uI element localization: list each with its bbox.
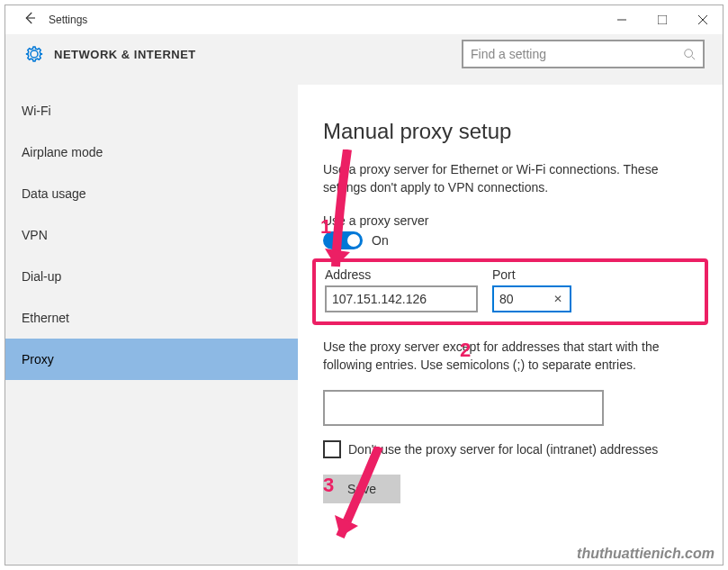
annotation-step-2: 2 — [460, 339, 471, 362]
search-icon — [683, 48, 696, 60]
close-icon — [698, 15, 707, 24]
svg-rect-1 — [658, 15, 667, 24]
header-title: NETWORK & INTERNET — [54, 48, 196, 61]
search-placeholder: Find a setting — [471, 47, 683, 61]
toggle-label: Use a proxy server — [323, 213, 697, 228]
header: NETWORK & INTERNET Find a setting — [5, 34, 723, 85]
sidebar-item-wifi[interactable]: Wi-Fi — [5, 90, 298, 131]
annotation-step-1: 1 — [320, 215, 331, 239]
main-panel: Manual proxy setup Use a proxy server fo… — [298, 85, 723, 565]
maximize-button[interactable] — [642, 5, 682, 34]
arrow-left-icon — [22, 10, 38, 26]
search-input[interactable]: Find a setting — [462, 40, 705, 68]
sidebar-item-data-usage[interactable]: Data usage — [5, 173, 298, 214]
clear-icon[interactable]: ✕ — [552, 293, 564, 305]
gear-icon — [23, 43, 45, 65]
sidebar-item-airplane[interactable]: Airplane mode — [5, 131, 298, 173]
watermark: thuthuattienich.com — [577, 546, 715, 562]
annotation-arrow-1 — [325, 149, 370, 285]
window-title: Settings — [43, 14, 601, 26]
minimize-button[interactable] — [601, 5, 642, 34]
titlebar: Settings — [5, 5, 723, 34]
description: Use a proxy server for Ethernet or Wi-Fi… — [323, 160, 697, 197]
sidebar: Wi-Fi Airplane mode Data usage VPN Dial-… — [5, 85, 298, 565]
sidebar-item-proxy[interactable]: Proxy — [5, 339, 298, 380]
exceptions-label: Use the proxy server except for addresse… — [323, 338, 697, 375]
page-heading: Manual proxy setup — [323, 119, 697, 144]
maximize-icon — [658, 15, 667, 24]
sidebar-item-ethernet[interactable]: Ethernet — [5, 297, 298, 339]
minimize-icon — [617, 15, 626, 24]
exceptions-input[interactable] — [323, 390, 604, 426]
port-label: Port — [492, 267, 571, 282]
annotation-arrow-3 — [329, 447, 401, 555]
toggle-state: On — [372, 233, 389, 248]
address-input[interactable]: 107.151.142.126 — [325, 285, 478, 312]
svg-line-5 — [692, 57, 696, 60]
back-button[interactable] — [22, 10, 43, 30]
svg-point-4 — [685, 50, 693, 58]
annotation-highlight-2: Address 107.151.142.126 Port 80 ✕ — [312, 258, 708, 325]
annotation-step-3: 3 — [323, 474, 334, 497]
port-input[interactable]: 80 ✕ — [492, 285, 571, 312]
settings-window: Settings NETWORK & INTERNET Find a setti… — [4, 5, 724, 565]
sidebar-item-dialup[interactable]: Dial-up — [5, 256, 298, 297]
body: Wi-Fi Airplane mode Data usage VPN Dial-… — [5, 85, 723, 565]
close-button[interactable] — [682, 5, 723, 34]
sidebar-item-vpn[interactable]: VPN — [5, 214, 298, 256]
